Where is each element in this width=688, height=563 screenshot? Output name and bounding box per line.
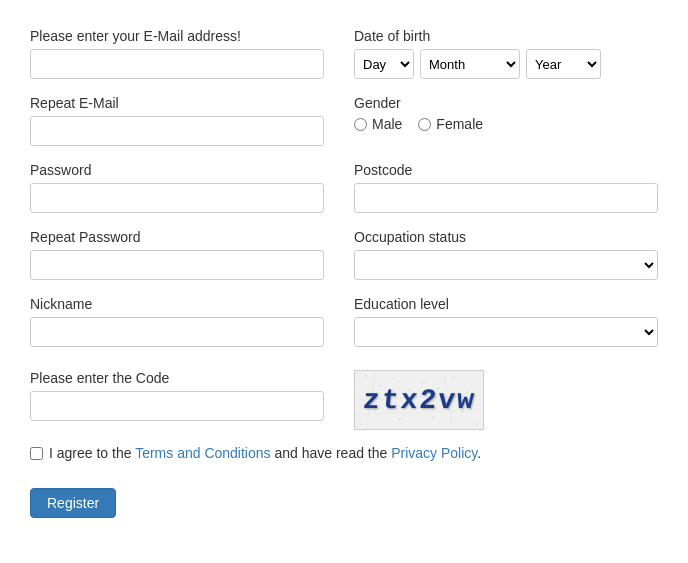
agree-middle: and have read the — [271, 445, 392, 461]
repeat-password-group: Repeat Password — [30, 221, 344, 288]
nickname-label: Nickname — [30, 296, 324, 312]
dob-label: Date of birth — [354, 28, 658, 44]
postcode-input[interactable] — [354, 183, 658, 213]
email-input[interactable] — [30, 49, 324, 79]
month-select[interactable]: Month JanuaryFebruaryMarch AprilMayJune … — [420, 49, 520, 79]
code-label: Please enter the Code — [30, 370, 324, 386]
repeat-email-label: Repeat E-Mail — [30, 95, 324, 111]
terms-link[interactable]: Terms and Conditions — [135, 445, 270, 461]
password-label: Password — [30, 162, 324, 178]
repeat-password-label: Repeat Password — [30, 229, 324, 245]
password-input[interactable] — [30, 183, 324, 213]
agree-text: I agree to the Terms and Conditions and … — [49, 445, 481, 461]
privacy-link[interactable]: Privacy Policy — [391, 445, 477, 461]
svg-point-13 — [360, 423, 362, 425]
repeat-email-group: Repeat E-Mail — [30, 87, 344, 154]
gender-options: Male Female — [354, 116, 658, 132]
male-option: Male — [354, 116, 402, 132]
gender-label: Gender — [354, 95, 658, 111]
register-section: Register — [30, 473, 658, 518]
agree-before: I agree to the — [49, 445, 135, 461]
education-group: Education level No formal education High… — [344, 288, 658, 355]
captcha-text: ztx2vw — [361, 385, 477, 416]
repeat-email-input[interactable] — [30, 116, 324, 146]
agree-after: . — [477, 445, 481, 461]
agree-checkbox[interactable] — [30, 447, 43, 460]
day-select[interactable]: Day 12345 678910 1112131415 1617181920 2… — [354, 49, 414, 79]
agree-section: I agree to the Terms and Conditions and … — [30, 445, 658, 461]
captcha-area: ztx2vw — [344, 370, 658, 430]
occupation-select[interactable]: Employed Self-employed Student Unemploye… — [354, 250, 658, 280]
male-label: Male — [372, 116, 402, 132]
education-label: Education level — [354, 296, 658, 312]
dob-group: Date of birth Day 12345 678910 111213141… — [344, 20, 658, 87]
svg-point-11 — [433, 416, 435, 418]
svg-point-2 — [394, 378, 396, 380]
occupation-label: Occupation status — [354, 229, 658, 245]
female-radio[interactable] — [418, 118, 431, 131]
svg-point-6 — [452, 377, 454, 379]
svg-point-0 — [365, 375, 367, 377]
male-radio[interactable] — [354, 118, 367, 131]
svg-point-9 — [399, 418, 401, 420]
register-button[interactable]: Register — [30, 488, 116, 518]
year-select[interactable]: Year 202420232010 200019901980 197019601… — [526, 49, 601, 79]
postcode-group: Postcode — [344, 154, 658, 221]
captcha-image: ztx2vw — [354, 370, 484, 430]
code-input[interactable] — [30, 391, 324, 421]
repeat-password-input[interactable] — [30, 250, 324, 280]
svg-point-4 — [423, 382, 425, 384]
svg-point-14 — [476, 423, 478, 425]
code-section: Please enter the Code — [30, 360, 658, 430]
female-label: Female — [436, 116, 483, 132]
email-group: Please enter your E-Mail address! — [30, 20, 344, 87]
female-option: Female — [418, 116, 483, 132]
dob-selects: Day 12345 678910 1112131415 1617181920 2… — [354, 49, 658, 79]
nickname-group: Nickname — [30, 288, 344, 355]
password-group: Password — [30, 154, 344, 221]
nickname-input[interactable] — [30, 317, 324, 347]
email-label: Please enter your E-Mail address! — [30, 28, 324, 44]
postcode-label: Postcode — [354, 162, 658, 178]
gender-group: Gender Male Female — [344, 87, 658, 154]
education-select[interactable]: No formal education High school Bachelor… — [354, 317, 658, 347]
code-left: Please enter the Code — [30, 370, 344, 421]
occupation-group: Occupation status Employed Self-employed… — [344, 221, 658, 288]
